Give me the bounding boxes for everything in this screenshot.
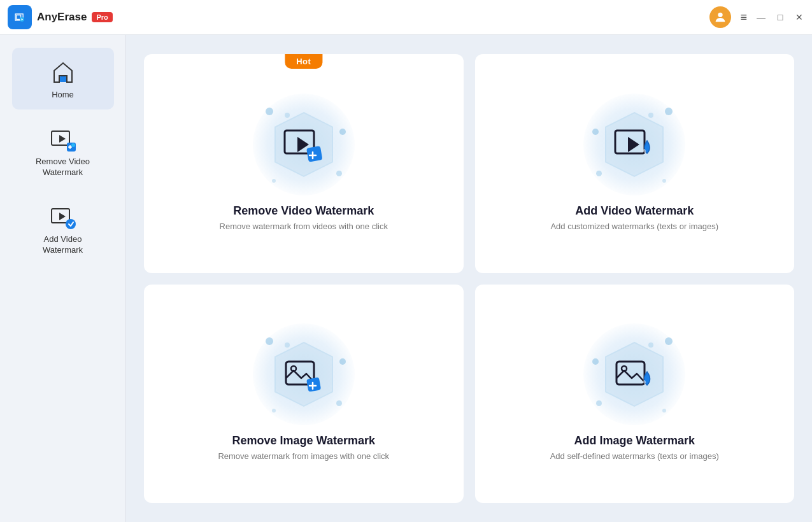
svg-rect-18 — [306, 377, 321, 392]
card-remove-image-watermark[interactable]: Remove Image Watermark Remove watermark … — [144, 285, 464, 504]
sidebar-home-label: Home — [52, 90, 74, 101]
card-icon-add-video — [583, 94, 685, 195]
sidebar: Home Remove VideoWatermark — [0, 35, 126, 522]
add-video-icon — [49, 202, 77, 230]
card-remove-image-title: Remove Image Watermark — [232, 434, 375, 448]
card-icon-add-image — [583, 323, 685, 425]
hot-badge: Hot — [285, 54, 322, 69]
card-remove-video-desc: Remove watermark from videos with one cl… — [220, 222, 388, 231]
menu-icon[interactable]: ≡ — [740, 11, 747, 24]
sidebar-remove-video-label: Remove VideoWatermark — [36, 157, 90, 178]
content-area: Hot Re — [126, 35, 812, 522]
app-logo — [8, 5, 32, 29]
card-add-video-desc: Add customized watermarks (texts or imag… — [550, 222, 718, 231]
card-icon-remove-video — [253, 94, 355, 195]
card-add-video-watermark[interactable]: Add Video Watermark Add customized water… — [475, 54, 795, 273]
minimize-button[interactable]: — — [756, 12, 766, 22]
card-remove-video-title: Remove Video Watermark — [233, 204, 374, 218]
maximize-button[interactable]: □ — [775, 12, 785, 22]
titlebar-controls: ≡ — □ ✕ — [709, 6, 804, 28]
home-icon — [49, 58, 77, 86]
pro-badge: Pro — [92, 12, 112, 22]
app-name: AnyErase — [37, 11, 87, 24]
svg-point-6 — [71, 143, 75, 147]
main-layout: Home Remove VideoWatermark — [0, 35, 812, 522]
card-remove-image-desc: Remove watermark from images with one cl… — [218, 451, 389, 461]
sidebar-item-add-video[interactable]: Add VideoWatermark — [12, 192, 114, 265]
sidebar-item-remove-video[interactable]: Remove VideoWatermark — [12, 115, 114, 187]
svg-rect-11 — [306, 146, 322, 162]
svg-point-8 — [66, 219, 76, 229]
sidebar-item-home[interactable]: Home — [12, 48, 114, 109]
sidebar-add-video-label: Add VideoWatermark — [43, 234, 83, 256]
card-add-image-title: Add Image Watermark — [574, 434, 695, 448]
card-icon-remove-image — [253, 323, 355, 425]
card-add-video-title: Add Video Watermark — [575, 204, 694, 218]
close-button[interactable]: ✕ — [794, 12, 804, 22]
card-remove-video-watermark[interactable]: Hot Re — [144, 54, 464, 273]
user-avatar[interactable] — [709, 6, 731, 28]
titlebar: AnyErase Pro ≡ — □ ✕ — [0, 0, 812, 35]
card-add-image-desc: Add self-defined watermarks (texts or im… — [550, 451, 719, 461]
svg-rect-3 — [60, 76, 66, 82]
remove-video-icon — [49, 125, 77, 153]
svg-point-2 — [718, 13, 723, 17]
card-add-image-watermark[interactable]: Add Image Watermark Add self-defined wat… — [475, 285, 795, 504]
